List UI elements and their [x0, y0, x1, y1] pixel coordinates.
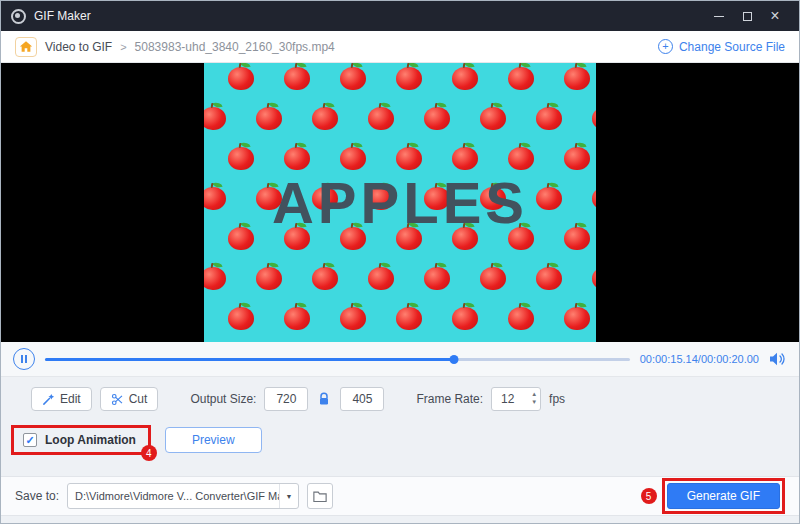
home-icon [19, 40, 33, 53]
spinner-down-icon[interactable]: ▼ [531, 398, 537, 406]
minimize-icon [714, 16, 724, 17]
generate-gif-button[interactable]: Generate GIF [667, 483, 780, 509]
fps-label: fps [549, 392, 565, 406]
seek-track [45, 358, 630, 361]
output-width-input[interactable] [264, 387, 308, 411]
controls-panel: Edit Cut Output Size: Frame Rate: ▲ ▼ fp… [1, 377, 799, 523]
pause-button[interactable] [13, 348, 35, 370]
seek-fill [45, 358, 454, 361]
frame-rate-label: Frame Rate: [416, 392, 483, 406]
footer-row: Save to: D:\Vidmore\Vidmore V... Convert… [1, 476, 799, 516]
cut-button[interactable]: Cut [100, 387, 159, 411]
save-path-select[interactable]: D:\Vidmore\Vidmore V... Converter\GIF Ma… [67, 483, 299, 509]
time-current: 00:00:15.14 [640, 353, 698, 365]
breadcrumb-source-type: Video to GIF [45, 40, 112, 54]
gif-maker-window: GIF Maker × Video to GIF > 5083983-uhd_3… [0, 0, 800, 524]
titlebar: GIF Maker × [1, 1, 799, 31]
change-source-button[interactable]: + Change Source File [658, 39, 785, 54]
frame-rate-field: ▲ ▼ [491, 387, 541, 411]
dropdown-arrow-icon[interactable]: ▼ [279, 484, 298, 508]
toolbar-row: Edit Cut Output Size: Frame Rate: ▲ ▼ fp… [1, 386, 799, 412]
maximize-icon [743, 12, 752, 21]
maximize-button[interactable] [733, 4, 761, 28]
window-title: GIF Maker [34, 9, 91, 23]
pause-icon [21, 355, 23, 363]
annotation-box-4: ✓ Loop Animation 4 [11, 425, 151, 455]
output-size-label: Output Size: [190, 392, 256, 406]
app-logo-icon [11, 9, 26, 24]
edit-button[interactable]: Edit [31, 387, 92, 411]
output-height-input[interactable] [340, 387, 384, 411]
close-icon: × [770, 8, 779, 24]
folder-icon [313, 490, 327, 502]
home-button[interactable] [15, 37, 37, 57]
breadcrumb: Video to GIF > 5083983-uhd_3840_2160_30f… [1, 31, 799, 63]
edit-wand-icon [42, 393, 55, 406]
video-frame: APPLES [204, 63, 596, 342]
loop-animation-label: Loop Animation [45, 433, 136, 447]
edit-button-label: Edit [60, 392, 81, 406]
browse-folder-button[interactable] [307, 483, 333, 509]
frame-rate-spinners: ▲ ▼ [531, 390, 537, 407]
generate-area: 5 Generate GIF [641, 478, 785, 514]
seek-knob[interactable] [450, 355, 459, 364]
video-stage: APPLES [1, 63, 799, 342]
save-to-label: Save to: [15, 489, 59, 503]
preview-button[interactable]: Preview [165, 427, 262, 453]
minimize-button[interactable] [705, 4, 733, 28]
time-total: 00:00:20.00 [701, 353, 759, 365]
video-overlay-text: APPLES [204, 63, 596, 342]
close-button[interactable]: × [761, 4, 789, 28]
change-source-label: Change Source File [679, 40, 785, 54]
scissors-icon [111, 393, 124, 406]
window-controls: × [705, 4, 789, 28]
loop-row: ✓ Loop Animation 4 Preview [11, 422, 799, 458]
save-path-value: D:\Vidmore\Vidmore V... Converter\GIF Ma… [68, 490, 279, 502]
time-display: 00:00:15.14/00:00:20.00 [640, 353, 759, 365]
annotation-badge-4: 4 [141, 445, 157, 461]
player-controls: 00:00:15.14/00:00:20.00 [1, 342, 799, 377]
cut-button-label: Cut [129, 392, 148, 406]
seek-slider[interactable] [45, 353, 630, 365]
loop-animation-checkbox[interactable]: ✓ [23, 433, 37, 447]
breadcrumb-separator: > [120, 41, 126, 53]
pause-icon-bar [25, 355, 27, 363]
spinner-up-icon[interactable]: ▲ [531, 390, 537, 398]
lock-icon [318, 392, 330, 406]
plus-circle-icon: + [658, 39, 673, 54]
breadcrumb-filename: 5083983-uhd_3840_2160_30fps.mp4 [135, 40, 335, 54]
aspect-lock-button[interactable] [318, 392, 330, 406]
annotation-badge-5: 5 [641, 488, 657, 504]
annotation-box-5: Generate GIF [662, 478, 785, 514]
volume-button[interactable] [769, 352, 787, 366]
volume-icon [769, 352, 787, 366]
